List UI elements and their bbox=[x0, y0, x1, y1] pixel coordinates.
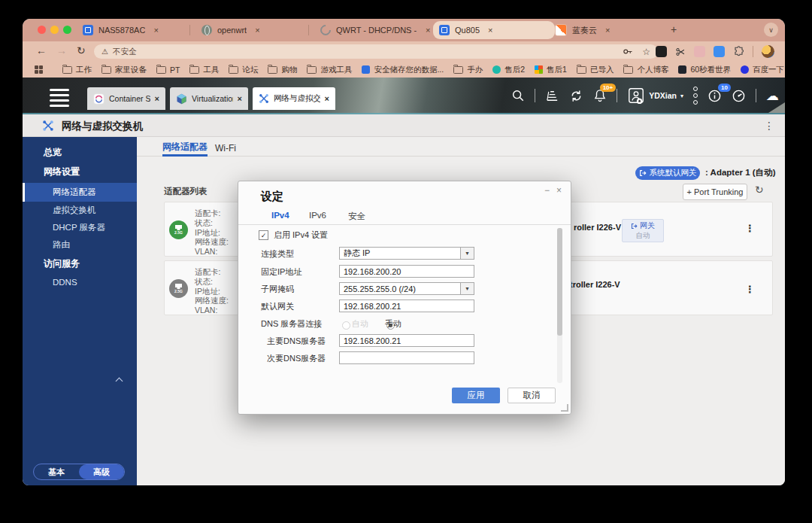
bookmark-link[interactable]: 安全储存您的数据... bbox=[362, 65, 444, 75]
fixed-ip-input[interactable] bbox=[339, 265, 474, 278]
address-bar[interactable]: ⚠ 不安全 ☆ bbox=[94, 44, 658, 59]
dialog-tab-ipv6[interactable]: IPv6 bbox=[309, 211, 326, 220]
connection-type-select[interactable]: 静态 IP ▼ bbox=[339, 247, 474, 260]
tab-network-adapters[interactable]: 网络适配器 bbox=[162, 140, 208, 157]
doc-bookmark-icon bbox=[492, 65, 501, 74]
subnet-mask-select[interactable]: 255.255.255.0 (/24) ▼ bbox=[339, 282, 474, 295]
toggle-advanced[interactable]: 高级 bbox=[79, 464, 124, 479]
enable-ipv4-checkbox[interactable]: ✓ bbox=[259, 230, 268, 240]
dialog-tab-ipv4[interactable]: IPv4 bbox=[271, 211, 289, 220]
bookmark-star-icon[interactable]: ☆ bbox=[642, 47, 650, 57]
apptab-network-virtual-switch[interactable]: 网络与虚拟交... × bbox=[253, 87, 335, 110]
bookmark-link[interactable]: 售后1 bbox=[535, 65, 567, 75]
extension-pink-icon[interactable] bbox=[694, 46, 705, 57]
reload-button[interactable]: ↻ bbox=[77, 44, 86, 56]
bookmark-folder[interactable]: PT bbox=[156, 65, 180, 74]
page-menu-icon[interactable]: ⋮ bbox=[764, 120, 774, 132]
adapter-menu-icon[interactable]: ⋮ bbox=[745, 223, 755, 234]
forward-button[interactable]: → bbox=[56, 44, 67, 56]
adapter-name: roller I226-V bbox=[574, 223, 621, 232]
apptab-container-station[interactable]: Container Sta... × bbox=[87, 87, 165, 110]
extension-blue-icon[interactable] bbox=[714, 46, 725, 57]
bookmark-folder[interactable]: 家里设备 bbox=[102, 65, 147, 75]
tab-close-icon[interactable]: × bbox=[255, 26, 259, 35]
cancel-button[interactable]: 取消 bbox=[508, 388, 556, 403]
resource-monitor-gauge-icon[interactable] bbox=[732, 89, 746, 103]
sidebar-item-overview[interactable]: 总览 bbox=[23, 142, 137, 163]
header-divider bbox=[535, 89, 535, 102]
default-gateway-input[interactable] bbox=[339, 300, 474, 312]
secondary-dns-input[interactable] bbox=[339, 351, 474, 364]
scissors-extension-icon[interactable] bbox=[675, 47, 686, 57]
apptab-close-icon[interactable]: × bbox=[325, 94, 329, 103]
background-tasks-icon[interactable] bbox=[545, 89, 559, 103]
traffic-minimize-button[interactable] bbox=[50, 26, 59, 34]
sidebar-section-network-settings[interactable]: 网络设置 bbox=[23, 162, 137, 182]
myqnapcloud-icon[interactable]: ☁ bbox=[766, 90, 779, 102]
dialog-resize-handle[interactable] bbox=[561, 404, 568, 412]
user-menu[interactable]: YDXian ▾ bbox=[627, 87, 683, 105]
sidebar-item-network-adapters[interactable]: 网络适配器 bbox=[23, 183, 137, 202]
app-title-bar: 网络与虚拟交换机 ⋮ bbox=[23, 114, 785, 137]
tab-close-icon[interactable]: × bbox=[153, 26, 158, 35]
sidebar-item-ddns[interactable]: DDNS bbox=[23, 273, 137, 290]
traffic-close-button[interactable] bbox=[38, 26, 46, 34]
apptab-close-icon[interactable]: × bbox=[238, 94, 242, 103]
network-app-icon bbox=[259, 93, 269, 104]
profile-avatar[interactable] bbox=[762, 45, 774, 58]
search-icon[interactable] bbox=[511, 89, 525, 102]
traffic-zoom-button[interactable] bbox=[63, 26, 71, 34]
sync-icon[interactable] bbox=[569, 89, 583, 103]
bookmark-folder[interactable]: 工具 bbox=[189, 65, 219, 75]
back-button[interactable]: ← bbox=[36, 44, 47, 56]
sidebar-section-access-services[interactable]: 访问服务 bbox=[23, 254, 137, 274]
dns-auto-radio[interactable] bbox=[342, 321, 350, 330]
sidebar-item-routing[interactable]: 路由 bbox=[23, 236, 137, 254]
tab-close-icon[interactable]: × bbox=[605, 26, 610, 35]
tab-close-icon[interactable]: × bbox=[426, 26, 430, 35]
adapter-menu-icon[interactable]: ⋮ bbox=[745, 284, 755, 295]
bookmark-folder[interactable]: 论坛 bbox=[229, 65, 258, 75]
browser-tab-nas5878ac[interactable]: NAS5878AC × bbox=[77, 19, 195, 41]
apps-grid-icon[interactable] bbox=[35, 65, 43, 74]
extensions-puzzle-icon[interactable] bbox=[733, 46, 744, 57]
more-options-icon[interactable] bbox=[693, 87, 698, 105]
browser-tab-openwrt[interactable]: openwrt × bbox=[195, 19, 314, 41]
browser-tab-lanzou[interactable]: 蓝奏云 × bbox=[549, 19, 674, 41]
apptab-virtualization[interactable]: Virtualization ... × bbox=[170, 87, 248, 110]
refresh-icon[interactable]: ↻ bbox=[755, 184, 764, 196]
system-default-gateway-button[interactable]: 系统默认网关 bbox=[635, 166, 700, 180]
port-trunking-button[interactable]: + Port Trunking bbox=[683, 184, 747, 200]
bookmark-folder[interactable]: 购物 bbox=[268, 65, 297, 75]
dialog-tab-security[interactable]: 安全 bbox=[348, 211, 365, 222]
password-key-icon[interactable] bbox=[622, 46, 633, 57]
bookmark-link[interactable]: 百度一下，你就知道 bbox=[741, 65, 785, 75]
dialog-scrollbar-thumb[interactable] bbox=[557, 228, 562, 336]
toggle-basic[interactable]: 基本 bbox=[34, 464, 79, 479]
tab-search-chevron[interactable]: ∨ bbox=[764, 23, 778, 37]
browser-tab-qwrt[interactable]: QWRT - DHCP/DNS - LuCI × bbox=[314, 19, 439, 41]
extension-dark-icon[interactable] bbox=[656, 46, 667, 57]
dialog-minimize-icon[interactable]: − bbox=[544, 185, 550, 196]
bookmark-folder[interactable]: 工作 bbox=[62, 65, 92, 75]
dialog-scrollbar-track[interactable] bbox=[557, 228, 562, 383]
main-menu-hamburger-icon[interactable] bbox=[50, 89, 69, 107]
bookmark-link[interactable]: 售后2 bbox=[492, 65, 525, 75]
bookmark-folder[interactable]: 游戏工具 bbox=[307, 65, 352, 75]
apptab-close-icon[interactable]: × bbox=[155, 94, 159, 103]
primary-dns-input[interactable] bbox=[339, 334, 474, 347]
bookmark-folder[interactable]: 个人博客 bbox=[623, 65, 668, 75]
browser-menu-icon[interactable]: ⋮ bbox=[783, 46, 785, 57]
new-tab-button[interactable]: + bbox=[671, 23, 677, 35]
folder-icon bbox=[307, 66, 317, 74]
bookmark-link[interactable]: 60秒看世界 bbox=[678, 65, 731, 75]
browser-tab-qu805-active[interactable]: Qu805 × bbox=[433, 21, 555, 39]
tab-close-icon[interactable]: × bbox=[488, 26, 492, 35]
dialog-close-icon[interactable]: × bbox=[556, 185, 562, 196]
tab-wifi[interactable]: Wi-Fi bbox=[215, 140, 236, 157]
sidebar-item-dhcp-server[interactable]: DHCP 服务器 bbox=[23, 219, 137, 236]
bookmark-folder[interactable]: 手办 bbox=[453, 65, 483, 75]
sidebar-item-virtual-switch[interactable]: 虚拟交换机 bbox=[23, 202, 137, 219]
apply-button[interactable]: 应用 bbox=[452, 388, 500, 403]
bookmark-folder[interactable]: 已导入 bbox=[577, 65, 614, 75]
